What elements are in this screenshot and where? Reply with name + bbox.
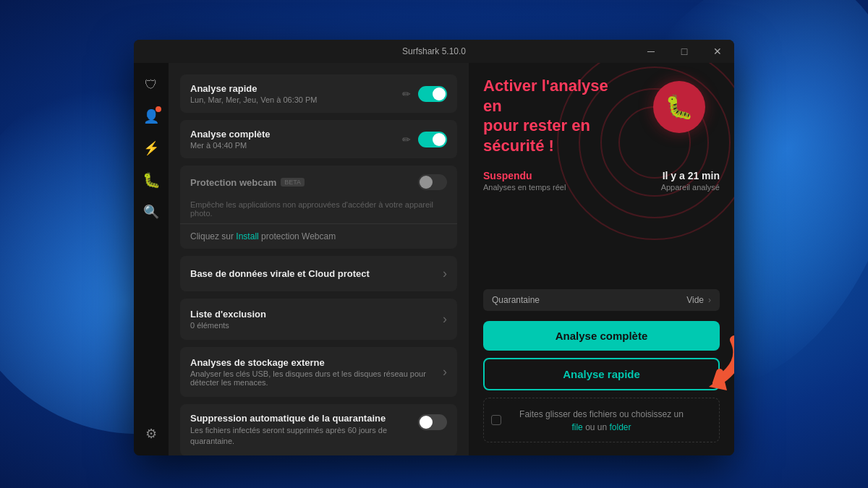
- sidebar-item-settings[interactable]: ⚙: [138, 421, 164, 447]
- chevron-icon: ›: [443, 312, 447, 327]
- install-prefix: Cliquez sur: [190, 231, 236, 241]
- webcam-toggle[interactable]: [418, 174, 447, 190]
- analyses-stockage-item[interactable]: Analyses de stockage externe Analyser le…: [180, 347, 457, 397]
- analyse-complete-title: Analyse complète: [190, 129, 271, 140]
- status-row: Suspendu Analyses en temps réel Il y a 2…: [483, 170, 720, 192]
- base-donnees-title: Base de données virale et Cloud protect: [190, 268, 370, 279]
- quarantine-value: Vide: [686, 295, 704, 305]
- sidebar-item-alert[interactable]: ⚡: [138, 135, 164, 161]
- sidebar-item-user[interactable]: 👤: [138, 103, 164, 129]
- liste-exclusion-sub: 0 éléments: [190, 321, 266, 330]
- liste-exclusion-item[interactable]: Liste d'exclusion 0 éléments ›: [180, 299, 457, 340]
- bug-icon-circle: 🐛: [653, 81, 705, 133]
- search-icon: 🔍: [143, 204, 159, 220]
- minimize-button[interactable]: ─: [634, 40, 668, 63]
- edit-complete-icon[interactable]: ✏: [402, 134, 411, 145]
- window-body: 🛡 👤 ⚡ 🐛 🔍 ⚙ Analyse: [134, 63, 734, 455]
- sidebar-item-antivirus[interactable]: 🐛: [138, 167, 164, 193]
- beta-badge: BETA: [281, 178, 305, 187]
- analyse-rapide-item: Analyse rapide Lun, Mar, Mer, Jeu, Ven à…: [180, 74, 457, 113]
- headline-line1: Activer l'analyse en: [483, 77, 608, 115]
- drop-text-middle: ou un: [585, 422, 609, 432]
- alert-icon: ⚡: [143, 140, 159, 156]
- suppression-sub: Les fichiers infectés seront supprimés a…: [190, 425, 409, 448]
- analyse-complete-item: Analyse complète Mer à 04:40 PM ✏: [180, 120, 457, 158]
- analyse-rapide-toggle[interactable]: [418, 86, 447, 102]
- right-panel: 🐛 Activer l'analyse en pour rester en sé…: [469, 63, 734, 455]
- liste-exclusion-title: Liste d'exclusion: [190, 309, 266, 320]
- sidebar-item-shield[interactable]: 🛡: [138, 72, 164, 98]
- analyse-complete-subtitle: Mer à 04:40 PM: [190, 141, 271, 150]
- status-label: Suspendu: [483, 170, 566, 181]
- drop-text-before: Faites glisser des fichiers ou choisisse…: [519, 409, 684, 419]
- status-time: Il y a 21 min: [661, 170, 720, 181]
- chevron-icon: ›: [443, 364, 447, 380]
- analyses-stockage-sub: Analyser les clés USB, les disques durs …: [190, 369, 443, 387]
- close-button[interactable]: ✕: [701, 40, 734, 63]
- sidebar: 🛡 👤 ⚡ 🐛 🔍 ⚙: [134, 63, 169, 455]
- quarantine-label: Quarantaine: [492, 295, 540, 305]
- suppression-toggle[interactable]: [418, 414, 447, 430]
- headline-line2: pour rester en: [483, 116, 590, 134]
- drop-link-folder[interactable]: folder: [610, 422, 631, 432]
- red-arrow: [680, 333, 734, 398]
- install-link[interactable]: Install: [236, 231, 258, 241]
- webcam-title: Protection webcam: [190, 177, 276, 188]
- status-sub: Analyses en temps réel: [483, 183, 566, 192]
- maximize-button[interactable]: □: [668, 40, 701, 63]
- window-controls: ─ □ ✕: [634, 40, 734, 63]
- quarantine-chevron: ›: [708, 295, 711, 305]
- analyse-rapide-subtitle: Lun, Mar, Mer, Jeu, Ven à 06:30 PM: [190, 95, 318, 104]
- base-donnees-item[interactable]: Base de données virale et Cloud protect …: [180, 256, 457, 291]
- drop-zone-text: Faites glisser des fichiers ou choisisse…: [519, 409, 684, 432]
- antivirus-icon: 🐛: [142, 171, 161, 189]
- titlebar: Surfshark 5.10.0 ─ □ ✕: [134, 40, 734, 63]
- drop-checkbox[interactable]: [491, 415, 501, 425]
- headline-line3: sécurité !: [483, 137, 554, 155]
- settings-icon: ⚙: [145, 426, 157, 442]
- analyse-complete-toggle[interactable]: [418, 132, 447, 147]
- analyse-rapide-title: Analyse rapide: [190, 83, 318, 94]
- chevron-icon: ›: [443, 266, 447, 281]
- suppression-title: Suppression automatique de la quarantain…: [190, 413, 409, 424]
- window-title: Surfshark 5.10.0: [402, 46, 466, 56]
- quarantine-bar[interactable]: Quarantaine Vide ›: [483, 289, 720, 311]
- suppression-auto-item: Suppression automatique de la quarantain…: [180, 404, 457, 455]
- shield-icon: 🛡: [145, 77, 158, 93]
- spacer: [483, 206, 720, 289]
- install-suffix: protection Webcam: [259, 231, 336, 241]
- drop-link-file[interactable]: file: [571, 422, 582, 432]
- webcam-protection-section: Protection webcam BETA Empêche les appli…: [180, 166, 457, 249]
- surfshark-window: Surfshark 5.10.0 ─ □ ✕ 🛡 👤 ⚡ 🐛 🔍: [134, 40, 734, 455]
- webcam-description: Empêche les applications non approuvées …: [180, 200, 457, 223]
- status-time-sub: Appareil analysé: [661, 183, 720, 192]
- install-link-row: Cliquez sur Install protection Webcam: [180, 223, 457, 249]
- edit-rapide-icon[interactable]: ✏: [402, 88, 411, 100]
- bug-icon: 🐛: [665, 93, 694, 121]
- drop-zone[interactable]: Faites glisser des fichiers ou choisisse…: [483, 398, 720, 442]
- sidebar-item-search[interactable]: 🔍: [138, 199, 164, 225]
- notification-badge: [156, 106, 161, 112]
- analyses-stockage-title: Analyses de stockage externe: [190, 357, 443, 368]
- headline: Activer l'analyse en pour rester en sécu…: [483, 76, 621, 155]
- left-panel: Analyse rapide Lun, Mar, Mer, Jeu, Ven à…: [169, 63, 469, 455]
